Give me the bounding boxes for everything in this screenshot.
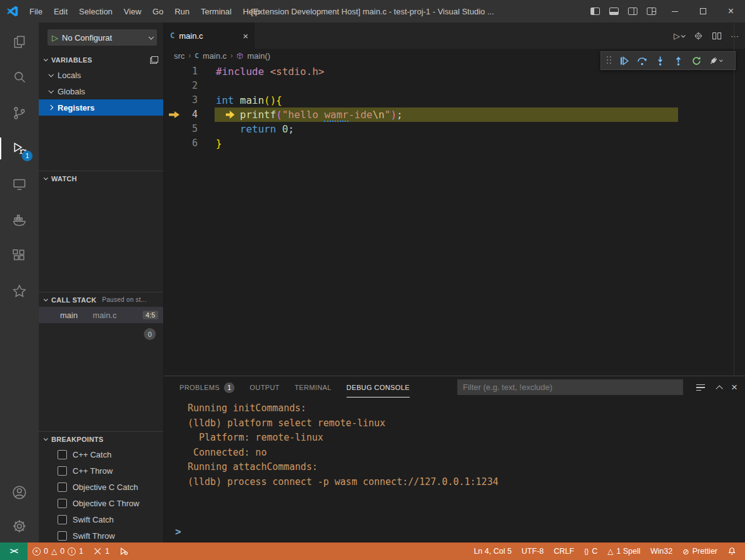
checkbox[interactable] [58, 531, 67, 541]
close-panel-icon[interactable]: × [731, 381, 737, 394]
code-line-4-current[interactable]: 4 printf("hello wamr-ide\n"); [164, 108, 745, 122]
tab-main-c[interactable]: C main.c × [164, 22, 255, 49]
minimize-button[interactable] [661, 0, 689, 22]
line-number[interactable]: 6 [164, 136, 198, 151]
step-over-button[interactable] [634, 52, 651, 69]
call-stack-section: CALL STACK Paused on st... main main.c 4… [39, 292, 163, 431]
language-mode[interactable]: {} C [579, 542, 602, 560]
variables-scope-globals[interactable]: Globals [39, 83, 163, 99]
activity-search[interactable] [0, 59, 39, 95]
menu-go[interactable]: Go [147, 0, 169, 22]
close-button[interactable]: × [717, 0, 745, 22]
toggle-panel-icon[interactable] [604, 0, 623, 22]
menu-view[interactable]: View [118, 0, 147, 22]
console-filter-input[interactable] [457, 379, 683, 395]
formatter-status[interactable]: ⊘ Prettier [677, 542, 722, 560]
run-file-button[interactable]: ▷ [674, 31, 684, 41]
remote-indicator[interactable]: >< [0, 542, 28, 560]
platform-indicator[interactable]: Win32 [646, 542, 677, 560]
activity-source-control[interactable] [0, 95, 39, 131]
activity-docker[interactable] [0, 202, 39, 238]
tab-output[interactable]: OUTPUT [250, 376, 280, 399]
call-stack-status: Paused on st... [102, 296, 146, 303]
eol-indicator[interactable]: CRLF [549, 542, 579, 560]
token [216, 123, 240, 135]
breakpoint-cpp-throw[interactable]: C++ Throw [39, 462, 163, 479]
disconnect-button[interactable] [706, 52, 723, 69]
customize-layout-icon[interactable] [642, 0, 661, 22]
activity-run-debug[interactable]: 1 [0, 131, 39, 166]
breakpoint-objc-throw[interactable]: Objective C Throw [39, 495, 163, 511]
spell-checker-status[interactable]: △ 1 Spell [602, 542, 645, 560]
activity-explorer[interactable] [0, 24, 39, 59]
line-number[interactable]: 1 [164, 64, 198, 79]
menu-terminal[interactable]: Terminal [195, 0, 237, 22]
editor-gear-icon[interactable] [694, 31, 703, 41]
activity-extensions[interactable] [0, 238, 39, 273]
code-line-5[interactable]: 5 return 0; [164, 122, 745, 136]
breadcrumb-folder[interactable]: src [174, 51, 185, 61]
variables-scope-locals[interactable]: Locals [39, 67, 163, 83]
breakpoints-header[interactable]: BREAKPOINTS [39, 432, 163, 446]
start-debug-icon[interactable]: ▷ [52, 34, 58, 42]
activity-remote-explorer[interactable] [0, 166, 39, 202]
stack-frame-row[interactable]: main main.c 4:5 [39, 307, 163, 323]
activity-settings[interactable] [0, 510, 39, 542]
checkbox[interactable] [58, 499, 67, 508]
maximize-button[interactable] [689, 0, 717, 22]
continue-button[interactable] [616, 52, 632, 69]
breakpoint-swift-throw[interactable]: Swift Throw [39, 528, 163, 542]
collapse-all-icon[interactable] [150, 56, 158, 64]
debug-status[interactable] [114, 542, 133, 560]
tab-problems[interactable]: PROBLEMS 1 [180, 376, 235, 399]
breadcrumb-file[interactable]: main.c [203, 51, 226, 61]
line-number[interactable]: 2 [164, 79, 198, 93]
console-input-prompt[interactable]: > [175, 526, 181, 538]
split-editor-icon[interactable] [712, 32, 721, 39]
code-line-3[interactable]: 3 int main(){ [164, 93, 745, 108]
tab-debug-console[interactable]: DEBUG CONSOLE [347, 376, 410, 399]
restart-button[interactable] [688, 52, 705, 69]
line-number[interactable]: 5 [164, 122, 198, 136]
code-line-6[interactable]: 6 } [164, 136, 745, 151]
maximize-panel-icon[interactable] [716, 385, 723, 392]
close-tab-icon[interactable]: × [243, 31, 248, 41]
activity-favorites[interactable] [0, 273, 39, 309]
menu-file[interactable]: File [24, 0, 48, 22]
more-actions-icon[interactable]: ··· [731, 31, 739, 41]
cursor-position[interactable]: Ln 4, Col 5 [469, 542, 516, 560]
variables-header[interactable]: VARIABLES [39, 52, 163, 67]
checkbox[interactable] [58, 466, 67, 476]
filter-lines-icon[interactable] [696, 384, 705, 391]
breakpoint-cpp-catch[interactable]: C++ Catch [39, 446, 163, 462]
toggle-secondary-sidebar-icon[interactable] [623, 0, 642, 22]
menu-edit[interactable]: Edit [48, 0, 73, 22]
activity-account[interactable] [0, 474, 39, 510]
code-area[interactable]: 1 #include <stdio.h> 2 3 int main(){ 4 p… [164, 62, 745, 151]
breadcrumb-symbol[interactable]: main() [247, 51, 270, 61]
checkbox[interactable] [58, 450, 67, 459]
tools-status[interactable]: 1 [88, 542, 114, 560]
drag-gripper-icon[interactable] [607, 56, 612, 65]
tab-terminal[interactable]: TERMINAL [295, 376, 332, 399]
scrollbar-track[interactable] [734, 22, 734, 376]
breakpoint-label: Swift Throw [73, 531, 115, 541]
breakpoint-swift-catch[interactable]: Swift Catch [39, 511, 163, 528]
checkbox[interactable] [58, 482, 67, 492]
watch-header[interactable]: WATCH [39, 171, 163, 186]
variables-scope-registers[interactable]: Registers [39, 99, 163, 116]
notifications-status[interactable] [722, 542, 741, 560]
checkbox[interactable] [58, 515, 67, 524]
encoding-indicator[interactable]: UTF-8 [517, 542, 549, 560]
step-out-button[interactable] [670, 52, 687, 69]
problems-status[interactable]: × 0 △ 0 i 1 [28, 542, 88, 560]
breakpoint-objc-catch[interactable]: Objective C Catch [39, 479, 163, 495]
launch-config-dropdown[interactable]: ▷ No Configurat [48, 29, 157, 46]
line-number[interactable]: 3 [164, 93, 198, 108]
step-into-button[interactable] [652, 52, 669, 69]
menu-selection[interactable]: Selection [73, 0, 118, 22]
code-line-2[interactable]: 2 [164, 79, 745, 93]
call-stack-header[interactable]: CALL STACK Paused on st... [39, 292, 163, 307]
menu-run[interactable]: Run [169, 0, 195, 22]
toggle-sidebar-icon[interactable] [585, 0, 604, 22]
